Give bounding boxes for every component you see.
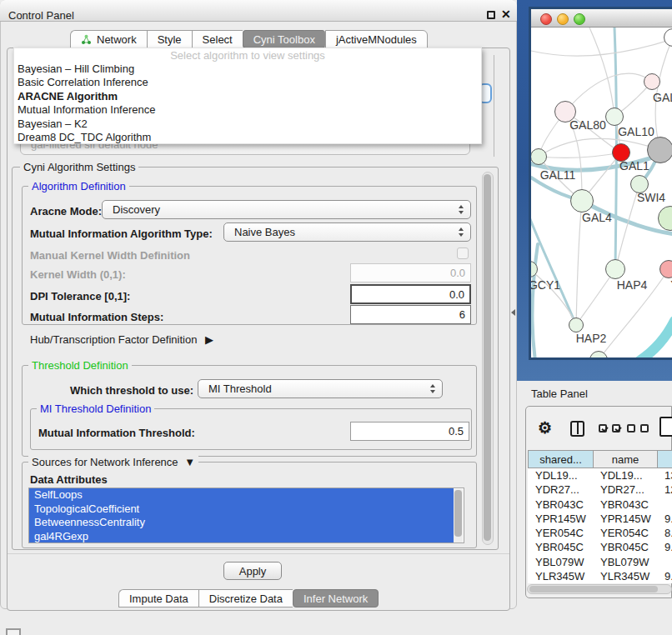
table-row[interactable]: YPR145WYPR145W9. [528, 512, 672, 526]
algorithm-option-aracne-algorithm[interactable]: ARACNE Algorithm [14, 90, 481, 103]
kernel-width-field[interactable]: 0.0 [350, 263, 471, 282]
network-node-gal10[interactable] [605, 108, 624, 126]
tab-label: Network [97, 33, 137, 46]
combo-stepper-icon [459, 205, 464, 214]
manual-kernel-width-label: Manual Kernel Width Definition [30, 249, 190, 262]
node-label: GAL1 [619, 159, 649, 172]
network-node-hap4[interactable] [605, 259, 625, 279]
network-node-gal11[interactable] [531, 148, 547, 165]
mi-algorithm-type-value: Naive Bayes [234, 226, 295, 238]
node-label: GAL10 [618, 125, 654, 138]
list-scrollbar-thumb[interactable] [454, 490, 462, 537]
cell: YER054C [528, 526, 593, 540]
table-row[interactable]: YDR27...YDR27...12 [528, 482, 672, 497]
column-selector-icon[interactable] [570, 421, 584, 437]
algorithm-option-bayesian-k2[interactable]: Bayesian – K2 [14, 118, 481, 131]
network-node[interactable] [647, 137, 672, 163]
data-attributes-label: Data Attributes [30, 473, 108, 486]
cell: YDR27... [593, 482, 657, 497]
column-header-extra[interactable] [657, 450, 672, 468]
network-view-window: GAL80GALGAL10GAL1GAL11GAL4SWI4GCY1HAP4YH… [529, 7, 672, 360]
table-scrollbar-thumb[interactable] [529, 586, 658, 592]
data-attribute-item-topologicalcoefficient[interactable]: TopologicalCoefficient [29, 502, 454, 517]
select-all-checkbox-icon[interactable] [612, 424, 620, 432]
collapse-arrow-icon[interactable]: ▼ [184, 456, 195, 468]
cell: YBR045C [593, 540, 657, 554]
table-horizontal-scrollbar[interactable] [527, 584, 672, 594]
data-attributes-list[interactable]: SelfLoopsTopologicalCoefficientBetweenne… [28, 488, 464, 543]
select-all-checkbox-icon[interactable] [599, 424, 607, 432]
cell: YDL19... [593, 468, 657, 482]
column-header-shared[interactable]: shared... [528, 450, 594, 468]
mi-steps-label: Mutual Information Steps: [30, 311, 163, 323]
data-attribute-item-gal4rgexp[interactable]: gal4RGexp [29, 530, 454, 543]
zoom-traffic-light-icon[interactable] [574, 13, 585, 25]
panel-splitter-handle[interactable] [511, 309, 515, 316]
network-window-titlebar[interactable] [531, 9, 672, 28]
table-row[interactable]: YDL19...YDL19...13 [528, 468, 672, 482]
deselect-all-checkbox-icon[interactable] [627, 424, 635, 432]
bottom-tab-discretize-data[interactable]: Discretize Data [198, 589, 293, 608]
new-table-icon[interactable] [659, 417, 672, 437]
table-row[interactable]: YBL079WYBL079W [528, 555, 672, 569]
list-scrollbar[interactable] [454, 489, 463, 542]
data-attribute-item-betweennesscentrality[interactable]: BetweennessCentrality [29, 516, 454, 530]
sources-group-title[interactable]: Sources for Network Inference ▼ [28, 456, 198, 468]
which-threshold-label: Which threshold to use: [70, 384, 193, 397]
tab-network[interactable]: Network [70, 30, 147, 48]
table-row[interactable]: YER054CYER054C8. [528, 526, 672, 540]
table-settings-gear-icon[interactable]: ⚙ [538, 418, 552, 438]
hub-definition-section[interactable]: Hub/Transcription Factor Definition ▶ [30, 333, 213, 346]
cell: 12 [657, 482, 672, 497]
mi-algorithm-type-label: Mutual Information Algorithm Type: [30, 228, 213, 240]
column-header-name[interactable]: name [593, 450, 658, 468]
algorithm-popup-list: Bayesian – Hill ClimbingBasic Correlatio… [14, 62, 481, 144]
mi-threshold-group-title: MI Threshold Definition [37, 402, 154, 415]
bottom-tab-infer-network[interactable]: Infer Network [293, 589, 379, 608]
algorithm-option-bayesian-hill-climbing[interactable]: Bayesian – Hill Climbing [14, 62, 481, 76]
settings-scrollbar-thumb[interactable] [484, 174, 491, 541]
tab-cyni-toolbox[interactable]: Cyni Toolbox [243, 30, 325, 48]
dpi-tolerance-label: DPI Tolerance [0,1]: [30, 290, 130, 302]
table-row[interactable]: YLR345WYLR345W9. [528, 569, 672, 583]
mi-threshold-field[interactable]: 0.5 [350, 422, 469, 441]
tab-jactivemnodules[interactable]: jActiveMNodules [325, 30, 428, 48]
algorithm-option-basic-correlation-inference[interactable]: Basic Correlation Inference [14, 76, 481, 89]
minimize-traffic-light-icon[interactable] [557, 13, 569, 25]
cell: YBL079W [528, 555, 593, 569]
manual-kernel-width-checkbox[interactable] [457, 248, 469, 259]
network-node-gal4[interactable] [570, 189, 594, 212]
table-row[interactable]: YBR045CYBR045C9. [528, 540, 672, 554]
expand-arrow-icon[interactable]: ▶ [205, 333, 213, 346]
network-canvas[interactable]: GAL80GALGAL10GAL1GAL11GAL4SWI4GCY1HAP4YH… [531, 28, 672, 358]
network-icon [81, 34, 92, 45]
close-traffic-light-icon[interactable] [540, 13, 552, 25]
network-node-y[interactable] [659, 260, 672, 278]
close-window-icon[interactable]: ✕ [501, 8, 511, 21]
algorithm-option-dream8-dc-tdc-algorithm[interactable]: Dream8 DC_TDC Algorithm [14, 131, 481, 144]
cell: YBL079W [593, 555, 657, 569]
cell: YBR045C [528, 540, 593, 554]
data-attribute-item-selfloops[interactable]: SelfLoops [29, 488, 454, 502]
settings-scrollbar[interactable] [482, 172, 494, 545]
which-threshold-combo[interactable]: MI Threshold [198, 379, 443, 398]
tab-select[interactable]: Select [192, 30, 243, 48]
network-node-gal[interactable] [644, 73, 660, 90]
cell [657, 498, 672, 512]
apply-button[interactable]: Apply [223, 562, 282, 580]
float-window-icon[interactable] [487, 11, 495, 19]
table-row[interactable]: YBR043CYBR043C [528, 498, 672, 512]
mi-steps-field[interactable]: 6 [350, 305, 471, 324]
collapsed-panel-button[interactable] [6, 628, 21, 635]
deselect-all-checkbox-icon[interactable] [640, 424, 649, 432]
algorithm-option-mutual-information-inference[interactable]: Mutual Information Inference [14, 103, 481, 117]
dpi-tolerance-field[interactable]: 0.0 [350, 284, 471, 304]
tab-style[interactable]: Style [147, 30, 192, 48]
aracne-mode-combo[interactable]: Discovery [102, 200, 471, 219]
network-node-hap2[interactable] [569, 318, 584, 332]
cell: 13 [657, 468, 672, 482]
kernel-width-label: Kernel Width (0,1): [30, 268, 126, 281]
algorithm-dropdown-popup: Select algorithm to view settings Bayesi… [13, 48, 482, 144]
bottom-tab-impute-data[interactable]: Impute Data [118, 589, 198, 608]
mi-algorithm-type-combo[interactable]: Naive Bayes [223, 222, 471, 242]
